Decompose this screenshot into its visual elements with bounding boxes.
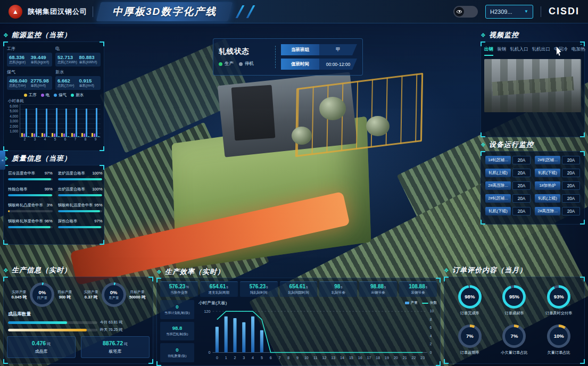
efficiency-stat-value: 98.88s (360, 284, 396, 289)
production-gauges: 实际产量0.045 吨0%日产量目标产量900 吨实际产量0.37 吨0%月产量… (7, 280, 150, 308)
production-ring-gauge: 0%月产量 (102, 282, 126, 307)
efficiency-stat-label: 逐支轧制周期 (201, 290, 237, 295)
bar (48, 136, 49, 137)
status-legend-label: 停机 (245, 61, 254, 67)
legend-label: 工序 (29, 93, 37, 98)
bar (68, 136, 69, 137)
status-row: 值班时间00:00-12:00 (281, 59, 357, 70)
equipment-name-button[interactable]: 2#高压除... (535, 207, 560, 215)
equipment-name-button[interactable]: 2#轧区辅... (485, 194, 511, 203)
equipment-item: 轧机(下辊)20A (535, 169, 580, 177)
efficiency-stat-card: 108.88s装钢节奏 (399, 281, 437, 297)
legend-dot (41, 94, 44, 97)
visibility-toggle[interactable] (453, 6, 478, 18)
equipment-item: 1#轧区辅...20A (485, 156, 531, 164)
actual-output-stat: 实际产量0.045 吨 (12, 289, 27, 300)
video-tab-轧机出口[interactable]: 轧机出口 (532, 46, 550, 56)
energy-value: 80.883 (79, 54, 99, 60)
stat-value: 900 吨 (57, 295, 72, 300)
progress-track (58, 194, 103, 196)
header-slash-decor (236, 5, 245, 18)
side-stat-label: 当班已轧制(块) (161, 332, 193, 337)
legend-label: 电 (46, 93, 50, 98)
stat-label: 实际产量 (12, 289, 27, 295)
video-tab-中间冷[interactable]: 中间冷 (554, 46, 568, 56)
ring-value: 0% (38, 289, 46, 295)
equipment-name-button[interactable]: 2#高压除... (485, 181, 511, 190)
equipment-name-button[interactable]: 轧机(下辊) (485, 207, 511, 215)
quality-value: 99% (45, 187, 53, 192)
side-stat-value: 0 (161, 347, 193, 353)
video-tab-轧机入口[interactable]: 轧机入口 (510, 46, 528, 56)
y-tick-label: 1,000 (10, 129, 18, 133)
bar (96, 108, 97, 137)
quality-label: 钢板终轧温度命中率 (58, 203, 93, 208)
corner-bracket (580, 132, 585, 137)
equipment-item: 轧机(上辊)20A (485, 169, 531, 177)
equipment-current-value: 20A (512, 194, 531, 203)
svg-text:4: 4 (430, 334, 432, 338)
inventory-card-label: 板坯库 (84, 348, 147, 354)
inventory-bar-row: 昨天 76.25 吨 (8, 327, 148, 332)
efficiency-stat-value: 98s (320, 284, 356, 289)
bar (65, 109, 67, 137)
ring-sublabel: 月产量 (109, 296, 119, 300)
video-feed[interactable] (484, 59, 581, 112)
energy-chart-yaxis: 6,0005,0004,0003,0002,0001,000 (7, 104, 20, 137)
diamond-icon: ❖ (3, 268, 9, 273)
chart-legend-item: 产量 (405, 301, 418, 305)
equipment-current-value: 20A (512, 181, 531, 190)
ring-label: 订单完成率 (460, 311, 479, 316)
quality-item: 装炉温度合格率100% (58, 171, 103, 180)
svg-text:13: 13 (331, 356, 335, 360)
bar (58, 136, 60, 137)
block-count-line (217, 311, 423, 352)
quality-label: 层冷温度命中率 (8, 171, 35, 176)
bar (28, 136, 29, 137)
equipment-name-button[interactable]: 1#加热炉 (535, 181, 560, 190)
orders-panel: ❖ 订单评价内容（当月） 98%订单完成率95%订单成材率93%订单及时交付率7… (444, 265, 585, 364)
bar (46, 109, 47, 137)
video-tab-装钢[interactable]: 装钢 (497, 46, 506, 56)
orders-panel-title: ❖ 订单评价内容（当月） (444, 265, 585, 276)
progress-fill (58, 226, 101, 228)
equipment-name-button[interactable]: 轧机(上辊) (485, 169, 511, 177)
legend-item: 煤气 (54, 93, 67, 98)
equipment-panel: ❖ 设备运行监控 1#轧区辅...20A2#轧区辅...20A轧机(上辊)20A… (481, 139, 585, 224)
order-ring-cell: 98%订单完成率 (449, 282, 491, 319)
legend-label: 煤气 (59, 93, 67, 98)
energy-group-box: 52.713总耗(万kWh)80.883单耗(kWh/t) (55, 53, 101, 66)
energy-chart-title: 小时单耗 (8, 98, 101, 104)
video-tab-出钢[interactable]: 出钢 (484, 46, 493, 56)
equipment-name-button[interactable]: 轧机(上辊) (535, 194, 560, 203)
bar (31, 133, 33, 137)
equipment-item: 2#轧区辅...20A (535, 156, 580, 164)
efficiency-stat-card: 576.23s纯轧制时间 (240, 281, 278, 297)
svg-text:8: 8 (430, 318, 432, 321)
header-divider (93, 6, 93, 17)
order-ring-cell: 10%欠量订单占比 (537, 322, 580, 358)
equipment-current-value: 20A (512, 169, 531, 177)
bar (63, 134, 65, 137)
equipment-name-button[interactable]: 2#轧区辅... (535, 156, 560, 164)
legend-dot (24, 94, 27, 97)
quality-grid: 层冷温度命中率97%装炉温度合格率100%性能合格率99%出炉温度合格率100%… (7, 169, 101, 230)
svg-text:9: 9 (296, 356, 299, 360)
progress-fill (58, 194, 103, 196)
status-row-label: 当班班组 (281, 44, 319, 55)
bar-group (61, 104, 71, 137)
quality-item: 钢板终轧厚度命中率96% (8, 219, 53, 228)
efficiency-stat-unit: % (186, 285, 189, 289)
video-expand-icon[interactable]: ⌃ (579, 43, 583, 48)
equipment-current-value: 20A (562, 207, 580, 215)
order-select-dropdown[interactable]: H2309... ▼ (485, 5, 533, 19)
status-legend-item: 停机 (239, 61, 254, 67)
bar (52, 133, 53, 137)
equipment-name-button[interactable]: 1#轧区辅... (485, 156, 511, 164)
quality-collapse-handle[interactable]: « (0, 151, 5, 170)
cisdi-logo: CISDI (549, 6, 579, 17)
svg-text:22: 22 (412, 356, 416, 360)
equipment-name-button[interactable]: 轧机(下辊) (535, 169, 560, 177)
efficiency-side-stat: 0当班计划轧制(块) (160, 300, 194, 319)
bar (34, 134, 35, 137)
